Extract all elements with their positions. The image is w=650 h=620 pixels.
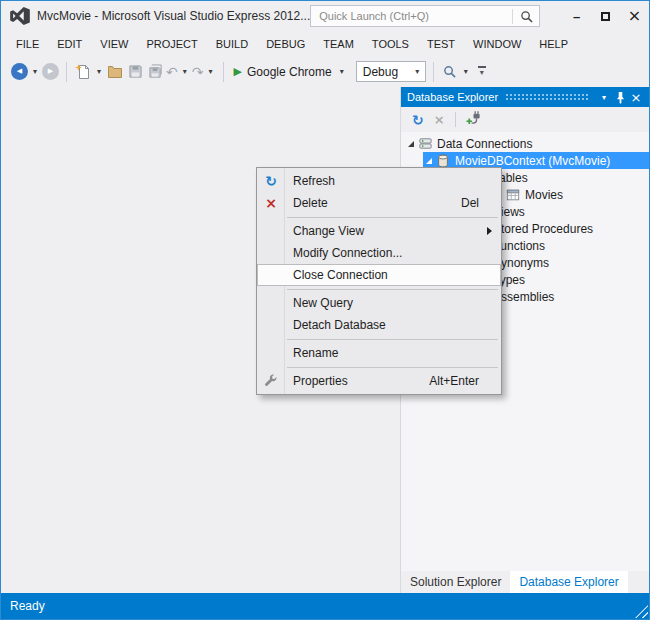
redo-button[interactable]: ↷ (192, 65, 204, 79)
new-item-dropdown-caret[interactable]: ▾ (94, 67, 104, 76)
save-button[interactable] (126, 63, 144, 81)
search-icon[interactable] (513, 10, 539, 23)
context-menu-item-change-view[interactable]: Change View (257, 220, 501, 242)
vs-main-window: MvcMovie - Microsoft Visual Studio Expre… (0, 0, 650, 620)
minimize-button[interactable]: – (562, 4, 591, 28)
context-menu-item-refresh[interactable]: ↻ Refresh (257, 170, 501, 192)
title-bar: MvcMovie - Microsoft Visual Studio Expre… (1, 1, 649, 31)
save-all-button[interactable] (146, 63, 164, 81)
undo-dropdown-caret[interactable]: ▾ (180, 67, 190, 76)
toolbar-separator (433, 62, 434, 82)
menu-item-test[interactable]: TEST (418, 34, 464, 54)
wrench-icon (257, 374, 285, 388)
refresh-connection-button[interactable]: ↻ (412, 113, 424, 127)
run-dropdown-caret: ▾ (337, 67, 347, 76)
quick-launch-placeholder: Quick Launch (Ctrl+Q) (319, 10, 512, 22)
tree-item-label: Data Connections (437, 137, 532, 151)
open-file-button[interactable] (106, 63, 124, 81)
menu-item-help[interactable]: HELP (530, 34, 577, 54)
tab-solution-explorer[interactable]: Solution Explorer (401, 571, 510, 593)
pin-icon[interactable] (612, 89, 628, 105)
tree-item-data-connections[interactable]: Data Connections (401, 135, 649, 152)
tab-database-explorer[interactable]: Database Explorer (510, 571, 627, 593)
maximize-button[interactable] (591, 4, 620, 28)
context-menu-item-delete[interactable]: × Delete Del (257, 192, 501, 214)
play-icon: ▶ (234, 65, 242, 78)
shortcut-label: Del (461, 196, 501, 210)
tree-item-label: Stored Procedures (493, 222, 593, 236)
navigate-forward-button[interactable]: ▶ (42, 63, 59, 80)
context-menu-item-close-connection[interactable]: Close Connection (257, 264, 501, 286)
menu-bar: FILE EDIT VIEW PROJECT BUILD DEBUG TEAM … (1, 31, 649, 56)
menu-item-project[interactable]: PROJECT (137, 34, 206, 54)
navigate-back-button[interactable]: ◀ (11, 63, 28, 80)
menu-item-window[interactable]: WINDOW (464, 34, 530, 54)
database-explorer-toolbar: ↻ × (401, 107, 649, 132)
menu-item-tools[interactable]: TOOLS (363, 34, 418, 54)
context-menu-item-detach-database[interactable]: Detach Database (257, 314, 501, 336)
visual-studio-logo-icon[interactable] (10, 7, 30, 25)
window-controls: – × (562, 1, 649, 31)
expander-icon[interactable] (405, 141, 417, 147)
refresh-icon: ↻ (257, 174, 285, 188)
context-menu-item-new-query[interactable]: New Query (257, 292, 501, 314)
delete-connection-button[interactable]: × (434, 113, 445, 126)
new-item-button[interactable] (74, 63, 92, 81)
menu-item-view[interactable]: VIEW (91, 34, 137, 54)
add-connection-button[interactable] (466, 110, 481, 129)
panel-close-icon[interactable]: × (628, 89, 644, 105)
solution-config-value: Debug (363, 65, 398, 79)
find-button[interactable] (441, 63, 459, 81)
combo-dropdown-caret: ▾ (410, 67, 425, 76)
table-icon (505, 187, 521, 203)
menu-separator (287, 217, 498, 218)
data-connections-icon (417, 136, 433, 152)
close-button[interactable]: × (620, 4, 649, 28)
redo-dropdown-caret[interactable]: ▾ (206, 67, 216, 76)
back-dropdown-caret[interactable]: ▾ (30, 67, 40, 76)
menu-item-debug[interactable]: DEBUG (257, 34, 314, 54)
toolbar-overflow-button[interactable]: ▾ (475, 66, 489, 77)
context-menu: ↻ Refresh × Delete Del Change View Modif… (256, 167, 502, 395)
context-menu-item-modify-connection[interactable]: Modify Connection... (257, 242, 501, 264)
toolbar-separator (66, 62, 67, 82)
overflow-caret-icon: ▾ (480, 69, 484, 77)
menu-separator (287, 367, 498, 368)
context-menu-item-properties[interactable]: Properties Alt+Enter (257, 370, 501, 392)
undo-button[interactable]: ↶ (166, 65, 178, 79)
window-position-caret-icon[interactable]: ▾ (596, 89, 612, 105)
start-debug-button[interactable]: ▶ Google Chrome ▾ (231, 63, 350, 81)
tree-item-label: MovieDBContext (MvcMovie) (455, 154, 610, 168)
menu-item-file[interactable]: FILE (7, 34, 48, 54)
status-text: Ready (10, 599, 45, 613)
database-explorer-header[interactable]: Database Explorer ▾ × (401, 87, 649, 107)
toolbar-separator (223, 62, 224, 82)
resize-grip[interactable] (635, 605, 648, 618)
submenu-arrow-icon (487, 227, 492, 235)
context-menu-item-rename[interactable]: Rename (257, 342, 501, 364)
status-bar: Ready (1, 593, 649, 619)
standard-toolbar: ◀ ▾ ▶ ▾ ↶ ▾ ↷ ▾ ▶ Google Chrome ▾ Debug … (1, 56, 649, 87)
quick-launch-input[interactable]: Quick Launch (Ctrl+Q) (310, 5, 540, 27)
tool-window-tabs: Solution Explorer Database Explorer (401, 571, 649, 593)
delete-icon: × (257, 196, 285, 210)
shortcut-label: Alt+Enter (429, 374, 501, 388)
panel-title: Database Explorer (407, 91, 498, 103)
back-arrow-icon: ◀ (17, 68, 22, 75)
window-title: MvcMovie - Microsoft Visual Studio Expre… (37, 9, 310, 23)
tree-item-label: Assemblies (493, 290, 554, 304)
menu-item-team[interactable]: TEAM (314, 34, 363, 54)
run-target-label: Google Chrome (247, 65, 332, 79)
panel-toolbar-separator (455, 112, 456, 127)
find-dropdown-caret[interactable]: ▾ (461, 67, 471, 76)
forward-arrow-icon: ▶ (48, 68, 53, 75)
panel-drag-grip[interactable] (505, 93, 589, 102)
maximize-icon (601, 12, 610, 21)
menu-separator (287, 339, 498, 340)
expander-icon[interactable] (423, 158, 435, 164)
menu-separator (287, 289, 498, 290)
tree-item-label: Movies (525, 188, 563, 202)
menu-item-edit[interactable]: EDIT (48, 34, 91, 54)
solution-config-select[interactable]: Debug ▾ (356, 61, 426, 82)
menu-item-build[interactable]: BUILD (207, 34, 257, 54)
